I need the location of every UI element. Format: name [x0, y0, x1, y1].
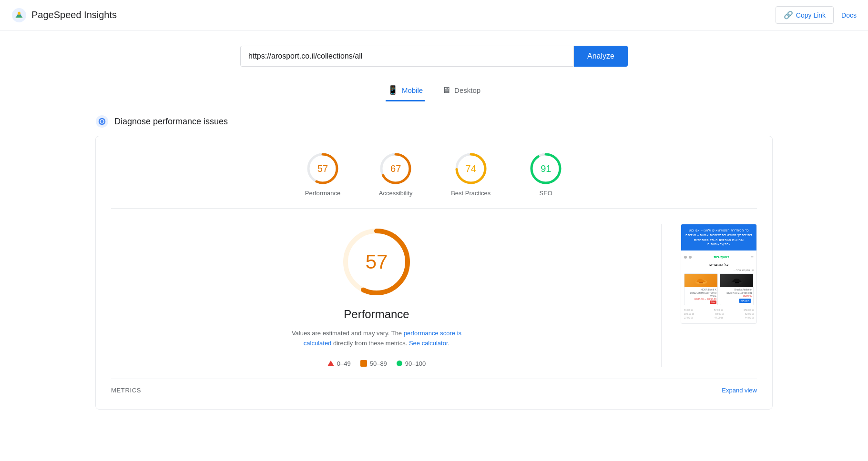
big-performance-score: 57 — [366, 251, 388, 273]
screenshot-banner: כד הסתדרת הספורטאים ולאגו – אנו כאן להצל… — [681, 224, 756, 251]
score-performance: 57 Performance — [305, 151, 340, 197]
search-area: Analyze — [0, 30, 868, 74]
product-1-info: HOKA Bondi X 10322U/5BH CLIFTON 9 WIDE ₪… — [684, 287, 717, 305]
screenshot-filter-text: מסנן לפי מחיר ... — [734, 269, 750, 271]
svg-rect-16 — [699, 282, 703, 283]
screenshot-menu-icon: ≡ — [751, 254, 754, 260]
performance-score: 57 — [317, 163, 328, 174]
metrics-label: METRICS — [111, 387, 141, 394]
best-practices-circle: 74 — [454, 151, 488, 186]
vertical-divider — [661, 224, 662, 367]
seo-label: SEO — [540, 190, 552, 197]
green-circle-icon — [397, 361, 402, 366]
seo-circle: 91 — [529, 151, 563, 186]
nav-dot-2 — [689, 256, 692, 259]
accessibility-label: Accessibility — [379, 190, 413, 197]
score-accessibility: 67 Accessibility — [378, 151, 413, 197]
metrics-bar: METRICS Expand view — [111, 379, 757, 394]
detail-left: 57 Performance Values are estimated and … — [111, 224, 642, 367]
svg-point-4 — [101, 120, 103, 123]
svg-point-1 — [18, 12, 20, 15]
pagespeed-logo-icon — [11, 8, 27, 23]
big-performance-circle: 57 — [338, 224, 415, 300]
detail-right: כד הסתדרת הספורטאים ולאגו – אנו כאן להצל… — [681, 224, 757, 324]
nav-icons — [684, 256, 692, 259]
detail-section: 57 Performance Values are estimated and … — [111, 224, 757, 367]
tab-mobile[interactable]: 📱 Mobile — [386, 80, 425, 101]
mobile-icon: 📱 — [388, 85, 398, 95]
expand-view-button[interactable]: Expand view — [722, 387, 757, 394]
detail-description: Values are estimated and may vary. The p… — [286, 329, 467, 349]
screenshot-nav: ארוסport ≡ — [684, 253, 754, 261]
copy-link-button[interactable]: 🔗 Copy Link — [776, 6, 834, 24]
product-2-info: Brooks Addiction Style Heel 2109468-081 … — [720, 287, 753, 305]
orange-square-icon — [360, 360, 367, 367]
tab-desktop[interactable]: 🖥 Desktop — [440, 80, 482, 101]
section-heading-text: Diagnose performance issues — [114, 117, 228, 127]
score-best-practices: 74 Best Practices — [451, 151, 490, 197]
accessibility-circle: 67 — [378, 151, 413, 186]
product-2-btn: הוסף לסל — [739, 299, 751, 303]
website-screenshot: כד הסתדרת הספורטאים ולאגו – אנו כאן להצל… — [681, 224, 757, 324]
product-card-2: Brooks Addiction Style Heel 2109468-081 … — [720, 273, 754, 305]
screenshot-more-rows: ₪ 256.00₪ 57.00₪ 81.00 ₪ 82.00₪ 88.00₪ 1… — [684, 307, 754, 321]
app-title: PageSpeed Insights — [31, 10, 117, 20]
screenshot-site-logo: ארוסport — [714, 255, 729, 259]
product-image-shoe-black — [720, 274, 753, 287]
performance-circle: 57 — [306, 151, 340, 186]
results-card: 57 Performance 67 Accessibility — [95, 136, 773, 410]
red-triangle-icon — [327, 361, 334, 366]
detail-title: Performance — [344, 308, 409, 321]
legend-green: 90–100 — [397, 360, 426, 367]
performance-label: Performance — [305, 190, 340, 197]
device-tabs: 📱 Mobile 🖥 Desktop — [0, 74, 868, 107]
product-image-shoe-orange — [684, 274, 717, 287]
header-actions: 🔗 Copy Link Docs — [776, 6, 857, 24]
screenshot-page-title: כל המוצרים — [684, 262, 754, 267]
url-input[interactable] — [240, 46, 574, 67]
logo-area: PageSpeed Insights — [11, 8, 117, 23]
link-icon: 🔗 — [784, 10, 793, 20]
product-card-1: HOKA Bondi X 10322U/5BH CLIFTON 9 WIDE ₪… — [684, 273, 718, 305]
best-practices-label: Best Practices — [451, 190, 490, 197]
scores-row: 57 Performance 67 Accessibility — [111, 151, 757, 209]
legend-orange: 50–89 — [360, 360, 387, 367]
analyze-button[interactable]: Analyze — [574, 46, 628, 67]
calculator-link[interactable]: See calculator — [409, 340, 448, 347]
screenshot-body: ארוסport ≡ כל המוצרים ⊞ מסנן לפי מחיר ..… — [681, 251, 756, 323]
screenshot-grid-icon: ⊞ — [752, 269, 754, 271]
svg-rect-18 — [735, 282, 739, 283]
seo-score: 91 — [541, 163, 551, 174]
legend-row: 0–49 50–89 90–100 — [327, 360, 426, 367]
docs-link[interactable]: Docs — [841, 11, 857, 19]
section-heading-area: Diagnose performance issues — [0, 107, 868, 136]
desktop-icon: 🖥 — [442, 85, 450, 95]
diagnose-icon — [95, 115, 109, 128]
best-practices-score: 74 — [466, 163, 476, 174]
screenshot-products: HOKA Bondi X 10322U/5BH CLIFTON 9 WIDE ₪… — [684, 273, 754, 305]
legend-red: 0–49 — [327, 360, 351, 367]
accessibility-score: 67 — [390, 163, 401, 174]
nav-dot-1 — [684, 256, 687, 259]
header: PageSpeed Insights 🔗 Copy Link Docs — [0, 0, 868, 30]
score-seo: 91 SEO — [529, 151, 563, 197]
